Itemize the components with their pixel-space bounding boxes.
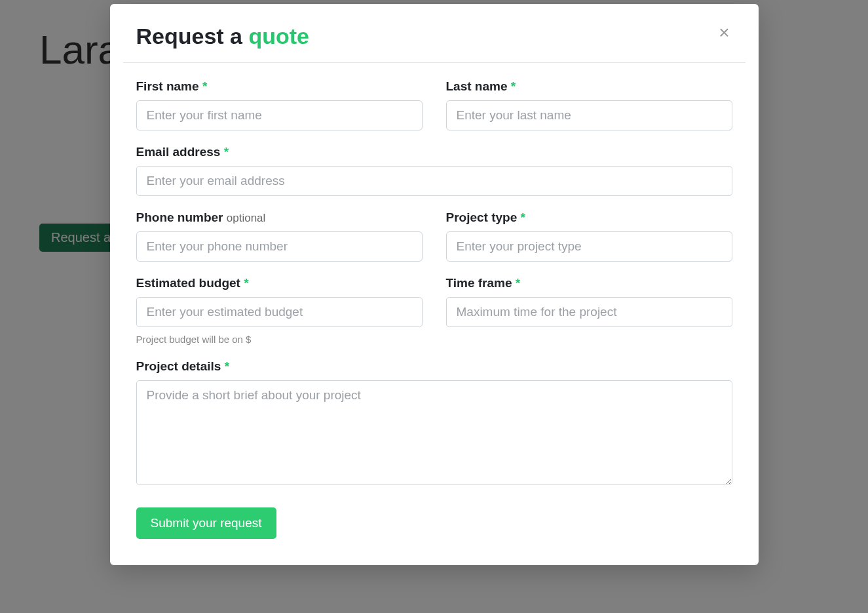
quote-modal: Request a quote × First name * Last name… (110, 4, 759, 565)
first-name-input[interactable] (136, 100, 423, 130)
details-textarea[interactable] (136, 380, 732, 485)
timeframe-group: Time frame * (446, 276, 732, 345)
budget-help-text: Project budget will be on $ (136, 334, 423, 345)
last-name-group: Last name * (446, 79, 732, 130)
first-name-group: First name * (136, 79, 423, 130)
timeframe-input[interactable] (446, 297, 732, 327)
budget-label: Estimated budget * (136, 276, 423, 290)
modal-title: Request a quote (136, 24, 310, 49)
modal-body: First name * Last name * Email address * (110, 63, 759, 565)
project-type-input[interactable] (446, 231, 732, 262)
modal-title-prefix: Request a (136, 24, 249, 49)
submit-button[interactable]: Submit your request (136, 507, 276, 539)
budget-group: Estimated budget * Project budget will b… (136, 276, 423, 345)
budget-input[interactable] (136, 297, 423, 327)
phone-label: Phone number optional (136, 210, 423, 225)
timeframe-label: Time frame * (446, 276, 732, 290)
phone-input[interactable] (136, 231, 423, 262)
close-icon[interactable]: × (716, 24, 732, 42)
email-input[interactable] (136, 166, 732, 196)
last-name-label: Last name * (446, 79, 732, 94)
project-type-label: Project type * (446, 210, 732, 225)
project-type-group: Project type * (446, 210, 732, 262)
email-label: Email address * (136, 145, 732, 159)
email-group: Email address * (136, 145, 732, 196)
modal-title-accent: quote (248, 24, 309, 49)
modal-header: Request a quote × (110, 4, 759, 62)
details-group: Project details * (136, 359, 732, 488)
phone-group: Phone number optional (136, 210, 423, 262)
first-name-label: First name * (136, 79, 423, 94)
last-name-input[interactable] (446, 100, 732, 130)
details-label: Project details * (136, 359, 732, 374)
